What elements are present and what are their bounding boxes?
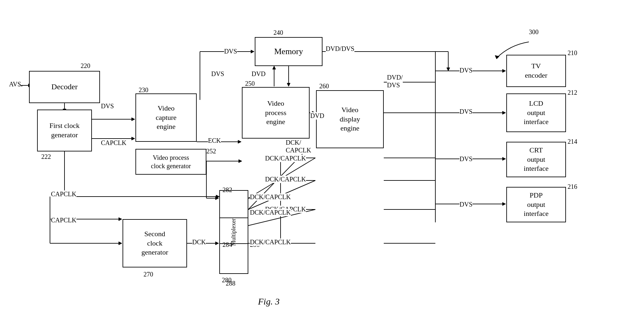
num-222: 222 [41,153,51,160]
svg-marker-53 [495,55,499,59]
svg-marker-27 [502,111,506,114]
lcd-output-box: LCDoutputinterface [506,93,566,132]
dvd-dvs-right-label: DVD/DVS [387,73,403,89]
eck-label: ECK [208,137,221,144]
dvs-capture-mem-label: DVS [211,70,224,78]
svg-marker-25 [502,69,506,73]
dvd-proc-mem-label: DVD [252,70,265,78]
video-process-clk-box: Video processclock generator [135,149,206,175]
fig3-label: Fig. 3 [258,296,280,307]
svg-marker-51 [216,195,219,198]
multiplexer-box: Multiplexer [219,190,248,274]
num-250: 250 [245,80,255,87]
dck-capclk-disp-1-label: DCK/CAPCLK [265,155,306,162]
dck-capclk-mux-3-label: DCK/CAPCLK [250,238,291,246]
capclk-1-label: CAPCLK [101,139,126,147]
diagram: Decoder First clockgenerator Videocaptur… [0,0,644,329]
svg-marker-14 [287,83,290,86]
num-288: 288 [226,280,235,287]
dck-capclk-mux-2-label: DCK/CAPCLK [250,209,291,216]
svg-marker-43 [215,242,219,245]
video-capture-box: Videocaptureengine [135,93,197,142]
num-230: 230 [139,86,148,94]
dck-capclk-disp-2-label: DCK/CAPCLK [265,176,306,183]
svg-marker-48 [119,218,122,221]
pdp-output-box: PDPoutputinterface [506,187,566,222]
num-212: 212 [568,89,577,96]
dck-label: DCK [192,238,206,246]
num-252: 252 [206,148,216,155]
tv-encoder-box: TVencoder [506,55,566,87]
num-282: 282 [223,186,232,194]
dvs-lcd-label: DVS [460,108,472,115]
num-214: 214 [568,138,577,145]
svg-marker-23 [447,68,450,71]
memory-box: Memory [255,37,322,66]
svg-marker-12 [251,50,254,53]
dvs-tv-label: DVS [460,67,472,74]
svg-marker-7 [132,137,135,140]
first-clock-box: First clockgenerator [37,110,92,151]
svg-marker-9 [238,140,241,143]
svg-marker-46 [119,242,122,245]
dvd-proc-disp-label: DVD [310,112,324,120]
svg-marker-16 [272,66,276,69]
video-process-box: Videoprocessengine [242,87,310,139]
svg-marker-56 [215,197,219,200]
dck-capclk-1-label: DCK/CAPCLK [286,139,311,154]
svg-marker-31 [502,202,506,206]
video-display-box: Videodisplayengine [316,90,384,148]
capclk-main-label: CAPCLK [51,190,76,198]
dvs-pdp-label: DVS [460,201,472,208]
crt-output-box: CRToutputinterface [506,142,566,177]
second-clock-box: Secondclockgenerator [123,219,187,267]
capclk-second-label: CAPCLK [51,217,76,224]
num-260: 260 [319,82,329,90]
svg-marker-5 [132,118,135,121]
dvs-crt-label: DVS [460,155,472,163]
num-284: 284 [223,241,232,248]
dvs-1-label: DVS [101,102,114,110]
dvd-dvs-mem-label: DVD/DVS [326,45,354,53]
dck-capclk-mux-1-label: DCK/CAPCLK [250,193,291,201]
num-270: 270 [144,271,153,278]
decoder-box: Decoder [29,71,100,103]
num-300: 300 [529,28,539,36]
svg-marker-29 [502,157,506,160]
num-240: 240 [273,29,283,36]
dvs-mem-label: DVS [224,48,237,55]
num-216: 216 [568,183,577,190]
num-220: 220 [81,62,90,70]
svg-marker-20 [239,160,242,163]
num-210: 210 [568,49,577,57]
